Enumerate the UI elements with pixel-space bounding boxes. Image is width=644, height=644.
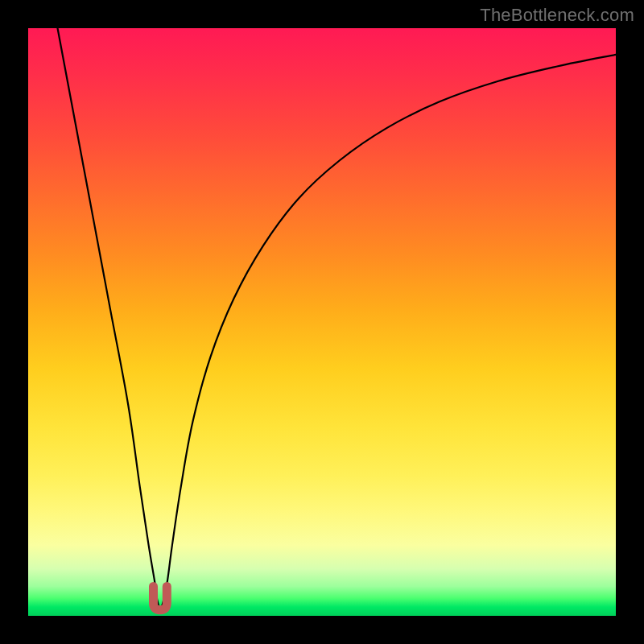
watermark-text: TheBottleneck.com: [480, 5, 634, 26]
curve-path: [58, 28, 617, 609]
bottleneck-curve: [28, 28, 616, 616]
chart-frame: TheBottleneck.com: [0, 0, 644, 644]
minimum-marker: [153, 587, 167, 610]
plot-area: [28, 28, 616, 616]
